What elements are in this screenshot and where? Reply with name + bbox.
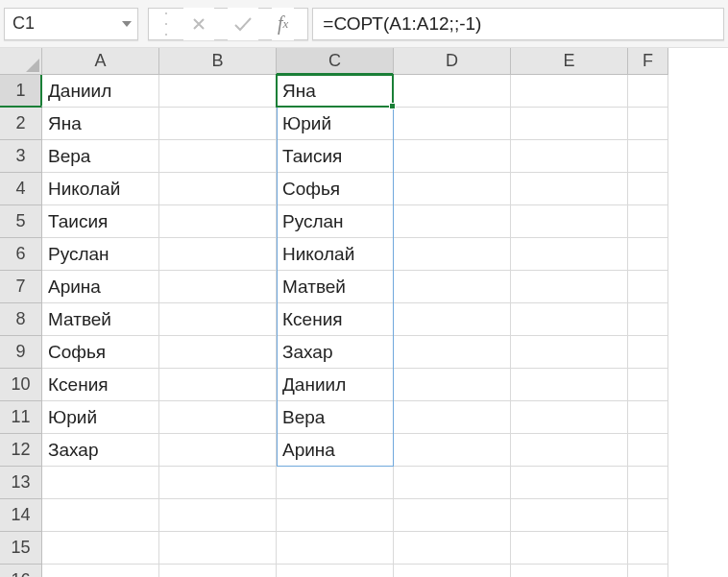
row-header-6[interactable]: 6 bbox=[0, 238, 42, 271]
cell-F10[interactable] bbox=[628, 369, 668, 401]
row-header-16[interactable]: 16 bbox=[0, 565, 42, 577]
cell-D7[interactable] bbox=[394, 271, 511, 303]
name-box[interactable]: C1 bbox=[4, 8, 138, 40]
cell-C14[interactable] bbox=[277, 499, 394, 532]
cell-D12[interactable] bbox=[394, 434, 511, 467]
cell-D9[interactable] bbox=[394, 336, 511, 369]
cell-A7[interactable]: Арина bbox=[42, 271, 159, 303]
cell-C10[interactable]: Даниил bbox=[277, 369, 394, 401]
row-header-12[interactable]: 12 bbox=[0, 434, 42, 467]
cell-F2[interactable] bbox=[628, 108, 668, 140]
cell-C5[interactable]: Руслан bbox=[277, 205, 394, 238]
cell-B8[interactable] bbox=[159, 303, 277, 336]
cell-B15[interactable] bbox=[159, 532, 277, 565]
cell-C2[interactable]: Юрий bbox=[277, 108, 394, 140]
cell-A11[interactable]: Юрий bbox=[42, 401, 159, 434]
cell-C6[interactable]: Николай bbox=[277, 238, 394, 271]
cell-D15[interactable] bbox=[394, 532, 511, 565]
select-all-corner[interactable] bbox=[0, 48, 42, 75]
cell-E4[interactable] bbox=[511, 173, 628, 205]
cell-D13[interactable] bbox=[394, 467, 511, 499]
cell-E5[interactable] bbox=[511, 205, 628, 238]
cell-B1[interactable] bbox=[159, 75, 277, 108]
cell-B6[interactable] bbox=[159, 238, 277, 271]
column-header-A[interactable]: A bbox=[42, 48, 159, 75]
column-header-B[interactable]: B bbox=[159, 48, 277, 75]
row-header-15[interactable]: 15 bbox=[0, 532, 42, 565]
cell-B11[interactable] bbox=[159, 401, 277, 434]
cell-C12[interactable]: Арина bbox=[277, 434, 394, 467]
cell-F16[interactable] bbox=[628, 565, 668, 577]
formula-input[interactable] bbox=[312, 8, 724, 40]
cell-E2[interactable] bbox=[511, 108, 628, 140]
cell-D16[interactable] bbox=[394, 565, 511, 577]
cell-B9[interactable] bbox=[159, 336, 277, 369]
cell-F15[interactable] bbox=[628, 532, 668, 565]
cell-E9[interactable] bbox=[511, 336, 628, 369]
cell-E12[interactable] bbox=[511, 434, 628, 467]
row-header-5[interactable]: 5 bbox=[0, 205, 42, 238]
column-header-D[interactable]: D bbox=[394, 48, 511, 75]
cell-A5[interactable]: Таисия bbox=[42, 205, 159, 238]
cell-E1[interactable] bbox=[511, 75, 628, 108]
cell-E15[interactable] bbox=[511, 532, 628, 565]
cell-F1[interactable] bbox=[628, 75, 668, 108]
cell-C7[interactable]: Матвей bbox=[277, 271, 394, 303]
cell-A8[interactable]: Матвей bbox=[42, 303, 159, 336]
cell-F12[interactable] bbox=[628, 434, 668, 467]
column-header-F[interactable]: F bbox=[628, 48, 668, 75]
row-header-8[interactable]: 8 bbox=[0, 303, 42, 336]
insert-function-button[interactable]: fx bbox=[272, 8, 294, 40]
cell-B14[interactable] bbox=[159, 499, 277, 532]
row-header-4[interactable]: 4 bbox=[0, 173, 42, 205]
cell-D3[interactable] bbox=[394, 140, 511, 173]
cell-C11[interactable]: Вера bbox=[277, 401, 394, 434]
cell-D6[interactable] bbox=[394, 238, 511, 271]
column-header-C[interactable]: C bbox=[277, 48, 394, 75]
row-header-9[interactable]: 9 bbox=[0, 336, 42, 369]
cancel-formula-button[interactable] bbox=[183, 8, 214, 40]
row-header-11[interactable]: 11 bbox=[0, 401, 42, 434]
column-header-E[interactable]: E bbox=[511, 48, 628, 75]
cell-B4[interactable] bbox=[159, 173, 277, 205]
cell-F9[interactable] bbox=[628, 336, 668, 369]
cell-C15[interactable] bbox=[277, 532, 394, 565]
row-header-2[interactable]: 2 bbox=[0, 108, 42, 140]
cell-D10[interactable] bbox=[394, 369, 511, 401]
cell-E16[interactable] bbox=[511, 565, 628, 577]
cell-E8[interactable] bbox=[511, 303, 628, 336]
row-header-14[interactable]: 14 bbox=[0, 499, 42, 532]
cell-D11[interactable] bbox=[394, 401, 511, 434]
cell-C9[interactable]: Захар bbox=[277, 336, 394, 369]
cell-A15[interactable] bbox=[42, 532, 159, 565]
row-header-3[interactable]: 3 bbox=[0, 140, 42, 173]
cell-C4[interactable]: Софья bbox=[277, 173, 394, 205]
cell-F7[interactable] bbox=[628, 271, 668, 303]
cell-D2[interactable] bbox=[394, 108, 511, 140]
cell-B16[interactable] bbox=[159, 565, 277, 577]
cell-A13[interactable] bbox=[42, 467, 159, 499]
cell-F8[interactable] bbox=[628, 303, 668, 336]
row-header-1[interactable]: 1 bbox=[0, 75, 42, 108]
cell-A14[interactable] bbox=[42, 499, 159, 532]
cell-E14[interactable] bbox=[511, 499, 628, 532]
cell-D5[interactable] bbox=[394, 205, 511, 238]
cell-F11[interactable] bbox=[628, 401, 668, 434]
row-header-13[interactable]: 13 bbox=[0, 467, 42, 499]
cell-A6[interactable]: Руслан bbox=[42, 238, 159, 271]
cell-D8[interactable] bbox=[394, 303, 511, 336]
cell-B12[interactable] bbox=[159, 434, 277, 467]
cell-D1[interactable] bbox=[394, 75, 511, 108]
cell-A2[interactable]: Яна bbox=[42, 108, 159, 140]
cell-B5[interactable] bbox=[159, 205, 277, 238]
cell-F4[interactable] bbox=[628, 173, 668, 205]
cell-F3[interactable] bbox=[628, 140, 668, 173]
cell-E3[interactable] bbox=[511, 140, 628, 173]
cell-B3[interactable] bbox=[159, 140, 277, 173]
cell-E13[interactable] bbox=[511, 467, 628, 499]
cell-E10[interactable] bbox=[511, 369, 628, 401]
cell-E7[interactable] bbox=[511, 271, 628, 303]
dropdown-icon[interactable] bbox=[120, 17, 133, 31]
confirm-formula-button[interactable] bbox=[228, 8, 258, 40]
cell-F5[interactable] bbox=[628, 205, 668, 238]
